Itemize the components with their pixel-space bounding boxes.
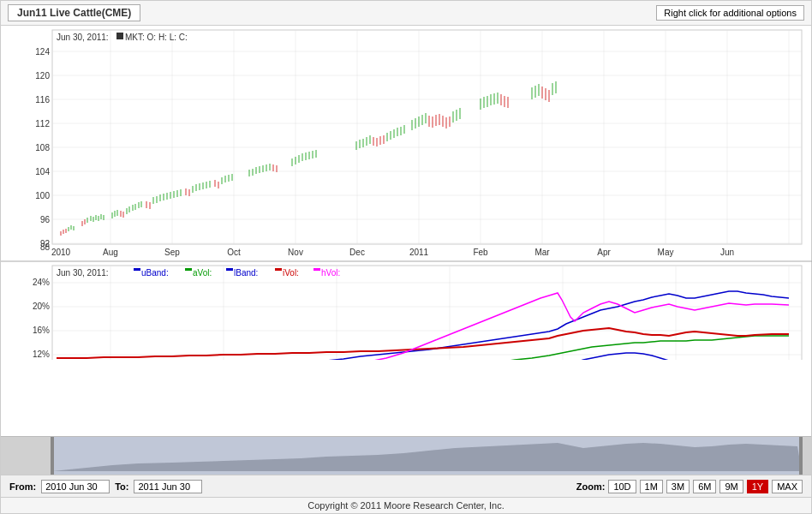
svg-rect-0	[52, 30, 802, 244]
svg-rect-45	[116, 33, 123, 39]
svg-text:16%: 16%	[33, 326, 50, 335]
svg-rect-163	[52, 266, 802, 360]
svg-rect-193	[134, 268, 140, 271]
svg-text:Dec: Dec	[349, 248, 365, 257]
svg-rect-205	[51, 437, 54, 475]
zoom-1y-button[interactable]: 1Y	[747, 480, 768, 493]
svg-text:Jun 30, 2011:: Jun 30, 2011:	[57, 33, 109, 42]
zoom-1m-button[interactable]: 1M	[640, 480, 663, 493]
svg-text:Jun 30, 2011:: Jun 30, 2011:	[57, 268, 109, 278]
svg-text:112: 112	[35, 119, 50, 128]
svg-text:100: 100	[35, 191, 50, 200]
svg-text:hVol:: hVol:	[321, 268, 340, 278]
svg-rect-204	[52, 437, 802, 475]
svg-text:uBand:: uBand:	[141, 268, 169, 278]
date-range: From: To:	[9, 480, 202, 493]
svg-text:2011: 2011	[409, 248, 429, 257]
to-date-input[interactable]	[134, 480, 202, 493]
zoom-9m-button[interactable]: 9M	[719, 480, 743, 493]
right-click-hint: Right click for additional options	[656, 5, 804, 21]
zoom-max-button[interactable]: MAX	[772, 480, 803, 493]
zoom-label: Zoom:	[576, 481, 606, 492]
svg-text:Sep: Sep	[164, 248, 180, 257]
from-label: From:	[9, 481, 36, 492]
svg-rect-197	[226, 268, 233, 271]
svg-text:116: 116	[35, 95, 50, 105]
zoom-3m-button[interactable]: 3M	[666, 480, 690, 493]
svg-text:Feb: Feb	[473, 248, 488, 257]
svg-text:May: May	[658, 248, 674, 257]
svg-text:MKT:  O:   H:   L:   C:: MKT: O: H: L: C:	[125, 33, 188, 42]
svg-rect-195	[185, 268, 192, 271]
svg-text:120: 120	[35, 71, 50, 81]
svg-text:iVol:: iVol:	[283, 268, 299, 278]
from-date-input[interactable]	[41, 480, 110, 493]
svg-text:104: 104	[35, 167, 50, 176]
top-bar: Jun11 Live Cattle(CME) Right click for a…	[1, 1, 811, 26]
copyright: Copyright © 2011 Moore Research Center, …	[1, 497, 811, 513]
svg-rect-201	[313, 268, 320, 271]
main-chart-container: 124 120 116 112 108 104 100 96 92 88 201…	[1, 26, 811, 436]
zoom-10d-button[interactable]: 10D	[608, 480, 636, 493]
svg-text:aVol:: aVol:	[193, 268, 212, 278]
svg-text:Aug: Aug	[103, 248, 118, 257]
chart-title: Jun11 Live Cattle(CME)	[8, 4, 140, 21]
svg-text:20%: 20%	[33, 302, 50, 311]
svg-text:Nov: Nov	[288, 248, 303, 257]
to-label: To:	[115, 481, 128, 492]
svg-text:2010: 2010	[51, 248, 71, 257]
svg-rect-199	[275, 268, 282, 271]
zoom-controls: Zoom: 10D 1M 3M 6M 9M 1Y MAX	[576, 480, 803, 493]
zoom-6m-button[interactable]: 6M	[693, 480, 716, 493]
svg-text:Apr: Apr	[597, 248, 611, 257]
controls-row: From: To: Zoom: 10D 1M 3M 6M 9M 1Y MAX	[1, 475, 811, 497]
svg-text:24%: 24%	[33, 278, 50, 287]
svg-text:12%: 12%	[33, 350, 50, 359]
svg-text:88: 88	[40, 242, 51, 252]
svg-text:124: 124	[35, 47, 50, 57]
svg-text:Mar: Mar	[534, 248, 550, 257]
svg-text:Jun: Jun	[720, 248, 734, 257]
svg-text:96: 96	[40, 215, 51, 224]
svg-text:Oct: Oct	[227, 248, 241, 257]
navigator-bar[interactable]	[1, 436, 811, 475]
svg-text:lBand:: lBand:	[234, 268, 258, 278]
svg-rect-206	[799, 437, 803, 475]
svg-text:108: 108	[35, 143, 50, 152]
